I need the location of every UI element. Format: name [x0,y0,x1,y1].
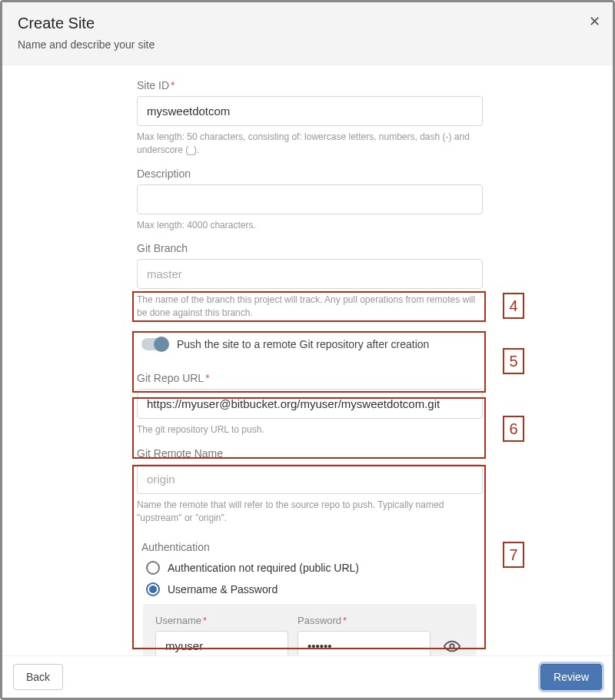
remote-name-hint: Name the remote that will refer to the s… [137,499,483,525]
radio-icon [146,582,160,596]
field-site-id: Site ID* Max length: 50 characters, cons… [137,79,483,157]
annotation-number-7: 7 [503,542,524,568]
push-toggle-label: Push the site to a remote Git repository… [177,338,429,350]
annotation-number-5: 5 [503,348,524,374]
git-branch-label: Git Branch [137,242,483,254]
field-remote-name: Git Remote Name Name the remote that wil… [137,447,483,525]
dialog-subtitle: Name and describe your site [18,38,597,51]
field-password: Password* [298,615,430,655]
push-toggle-row: Push the site to a remote Git repository… [137,330,483,358]
close-icon[interactable]: ✕ [589,13,600,30]
field-repo-url: Git Repo URL* The git repository URL to … [137,372,483,436]
site-id-label: Site ID* [137,79,483,91]
svg-point-0 [450,645,454,649]
radio-icon [146,561,160,575]
form-column: Site ID* Max length: 50 characters, cons… [137,79,483,655]
annotation-number-6: 6 [503,416,524,442]
repo-url-hint: The git repository URL to push. [137,423,483,436]
auth-label: Authentication [141,541,478,553]
remote-name-label: Git Remote Name [137,447,483,459]
field-git-branch: Git Branch The name of the branch this p… [137,242,483,320]
password-input[interactable] [298,631,430,655]
push-toggle[interactable] [141,338,168,350]
git-branch-hint: The name of the branch this project will… [137,294,483,320]
dialog-title: Create Site [18,15,597,32]
repo-url-input[interactable] [137,389,483,419]
description-label: Description [137,168,483,180]
dialog-footer: Back Review [2,655,613,698]
auth-section: Authentication Authentication not requir… [137,535,483,655]
annotation-number-4: 4 [503,293,524,319]
site-id-input[interactable] [137,96,483,126]
auth-option-public[interactable]: Authentication not required (public URL) [146,561,474,575]
repo-url-label: Git Repo URL* [137,372,483,384]
username-input[interactable] [155,631,288,655]
field-username: Username* [155,615,288,655]
auth-option-userpass[interactable]: Username & Password [146,582,474,596]
description-input[interactable] [137,184,483,214]
git-branch-input[interactable] [137,259,483,289]
description-hint: Max length: 4000 characters. [137,219,483,232]
toggle-knob [154,337,169,352]
field-description: Description Max length: 4000 characters. [137,168,483,232]
site-id-hint: Max length: 50 characters, consisting of… [137,131,483,157]
dialog-frame: Create Site Name and describe your site … [0,0,615,700]
dialog-body: Site ID* Max length: 50 characters, cons… [2,65,613,655]
dialog-header: Create Site Name and describe your site … [2,2,613,65]
remote-name-input[interactable] [137,464,483,494]
credentials-panel: Username* Password* [143,604,477,655]
back-button[interactable]: Back [13,664,63,690]
review-button[interactable]: Review [540,664,602,690]
show-password-icon[interactable] [440,632,464,655]
